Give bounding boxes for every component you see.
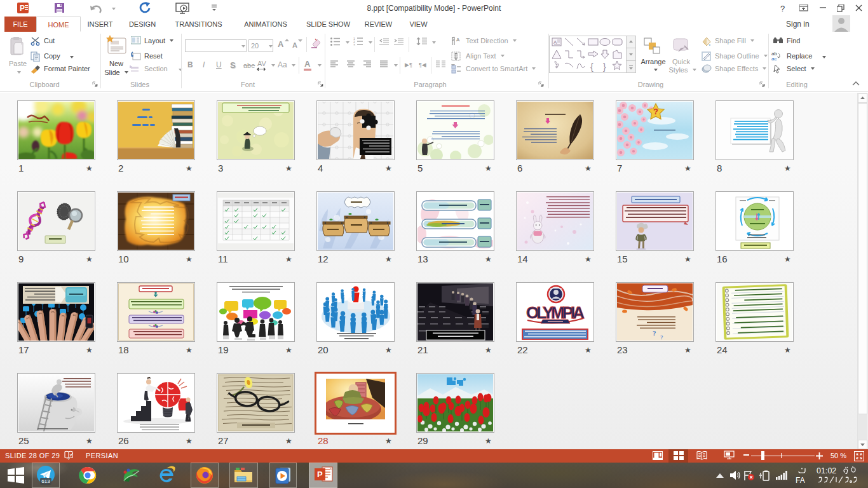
svg-text:P: P bbox=[20, 4, 25, 13]
svg-text:P: P bbox=[317, 470, 323, 479]
svg-text:?: ? bbox=[660, 334, 663, 341]
svg-text:A: A bbox=[456, 37, 460, 43]
svg-text:?: ? bbox=[653, 107, 658, 116]
svg-text:{: { bbox=[590, 62, 593, 72]
svg-text:OLYMPIA: OLYMPIA bbox=[526, 303, 585, 322]
svg-text:}: } bbox=[603, 62, 606, 72]
svg-text:ac: ac bbox=[771, 56, 776, 60]
svg-text:?: ? bbox=[653, 329, 656, 337]
svg-text:3: 3 bbox=[353, 43, 355, 46]
